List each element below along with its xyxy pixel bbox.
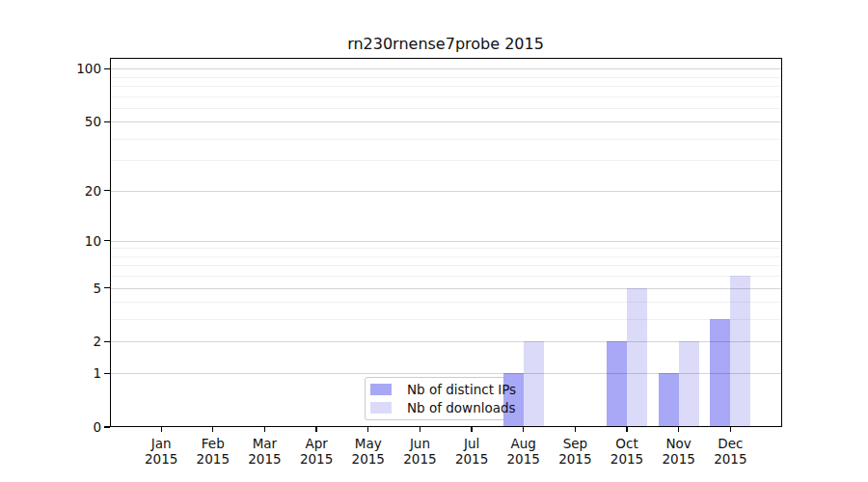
gridline-minor	[110, 96, 783, 97]
y-tick-label: 100	[0, 61, 101, 76]
chart-figure: rn230rnense7probe 2015 0125102050100Jan2…	[0, 0, 868, 482]
x-tick-mark	[212, 427, 213, 432]
gridline-minor	[110, 302, 783, 303]
gridline-minor	[110, 139, 783, 140]
gridline-minor	[110, 256, 783, 257]
legend: Nb of distinct IPs Nb of downloads	[365, 377, 526, 420]
gridline-minor	[110, 248, 783, 249]
legend-label-distinct-ips: Nb of distinct IPs	[407, 382, 516, 397]
gridline-major	[110, 241, 783, 242]
gridline-major	[110, 191, 783, 192]
x-tick-mark	[730, 427, 731, 432]
x-tick-year: 2015	[687, 452, 773, 468]
gridline-minor	[110, 86, 783, 87]
y-tick-mark	[104, 341, 110, 342]
x-tick-mark	[471, 427, 472, 432]
legend-item-downloads: Nb of downloads	[370, 402, 526, 415]
legend-swatch-downloads	[370, 402, 392, 414]
x-tick-mark	[367, 427, 368, 432]
y-tick-label: 20	[0, 183, 101, 199]
x-tick-month: Dec	[687, 437, 773, 452]
x-tick-mark	[575, 427, 576, 432]
y-tick-label: 5	[0, 281, 101, 296]
gridline-minor	[110, 319, 783, 320]
x-tick-label: Dec2015	[687, 437, 773, 467]
legend-swatch-distinct-ips	[370, 384, 392, 395]
gridline-minor	[110, 276, 783, 277]
y-tick-mark	[104, 287, 110, 288]
y-tick-label: 2	[0, 334, 101, 349]
x-tick-mark	[161, 427, 162, 432]
y-tick-mark	[104, 426, 110, 427]
gridline-major	[110, 373, 783, 374]
y-tick-label: 50	[0, 114, 101, 129]
bar-downloads-dec	[730, 276, 750, 427]
bar-distinct-ips-nov	[659, 373, 679, 427]
y-tick-mark	[104, 373, 110, 374]
gridline-minor	[110, 160, 783, 161]
y-tick-mark	[104, 121, 110, 122]
legend-item-distinct-ips: Nb of distinct IPs	[370, 384, 526, 396]
y-tick-label: 0	[0, 419, 101, 435]
legend-label-downloads: Nb of downloads	[407, 400, 516, 415]
gridline-major	[110, 121, 783, 122]
x-tick-mark	[315, 427, 316, 432]
bar-downloads-oct	[627, 288, 647, 427]
x-tick-mark	[523, 427, 524, 432]
y-tick-mark	[104, 190, 110, 191]
gridline-major	[110, 288, 783, 289]
x-tick-mark	[678, 427, 679, 432]
chart-title: rn230rnense7probe 2015	[109, 35, 782, 53]
bar-distinct-ips-oct	[607, 341, 627, 427]
gridline-major	[110, 68, 783, 69]
gridline-minor	[110, 108, 783, 109]
bar-downloads-aug	[524, 341, 544, 427]
gridline-minor	[110, 77, 783, 78]
x-tick-mark	[264, 427, 265, 432]
x-tick-mark	[420, 427, 420, 432]
y-tick-label: 10	[0, 233, 101, 249]
y-tick-label: 1	[0, 365, 101, 381]
y-tick-mark	[104, 68, 110, 69]
bar-downloads-nov	[679, 341, 699, 427]
gridline-minor	[110, 265, 783, 266]
y-tick-mark	[104, 240, 110, 241]
x-tick-mark	[626, 427, 627, 432]
gridline-major	[110, 341, 783, 342]
